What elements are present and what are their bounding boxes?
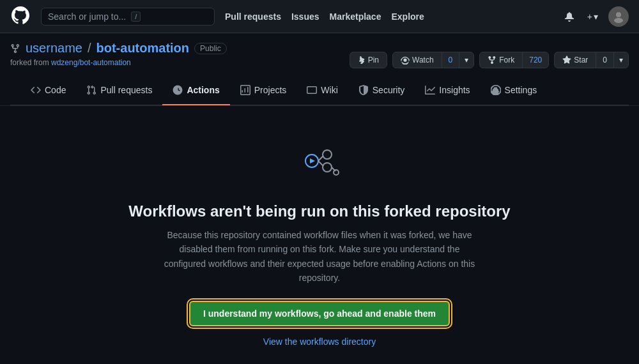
pin-icon (358, 56, 366, 64)
top-nav: Search or jump to... / Pull requests Iss… (0, 0, 639, 33)
github-logo[interactable] (10, 5, 31, 27)
star-label: Star (574, 56, 588, 64)
watch-label: Watch (412, 56, 434, 64)
tab-actions[interactable]: Actions (162, 76, 229, 105)
fork-icon (488, 56, 497, 64)
main-description: Because this repository contained workfl… (160, 228, 479, 285)
plus-icon: + (587, 11, 592, 22)
repo-fork-icon (10, 43, 20, 54)
chevron-down-icon: ▾ (594, 11, 598, 22)
pin-label: Pin (368, 56, 379, 64)
watch-btn-main[interactable]: Watch (393, 52, 442, 68)
svg-point-9 (334, 170, 339, 175)
security-icon (358, 85, 369, 95)
main-content: Workflows aren't being run on this forke… (0, 106, 639, 364)
fork-count: 720 (523, 52, 548, 68)
svg-point-6 (323, 150, 332, 159)
svg-point-7 (323, 163, 332, 172)
star-icon (562, 56, 571, 64)
create-new-button[interactable]: + ▾ (582, 9, 603, 24)
projects-icon (240, 85, 250, 95)
eye-icon (401, 56, 410, 64)
watch-dropdown-icon[interactable]: ▾ (459, 52, 473, 68)
tab-pull-requests[interactable]: Pull requests (76, 76, 162, 105)
repo-separator: / (88, 41, 91, 56)
tab-security-label: Security (373, 85, 405, 95)
star-count: 0 (596, 52, 613, 68)
top-nav-right: + ▾ (562, 6, 629, 27)
fork-label: Fork (499, 56, 514, 64)
svg-marker-3 (310, 158, 315, 163)
tab-pr-label: Pull requests (100, 85, 152, 95)
avatar[interactable] (608, 6, 629, 27)
settings-icon (491, 85, 501, 95)
star-btn-main[interactable]: Star (555, 52, 596, 68)
tab-actions-label: Actions (187, 85, 219, 95)
repo-owner[interactable]: username (26, 41, 82, 56)
insights-icon (425, 85, 435, 95)
fork-btn-main[interactable]: Fork (480, 52, 523, 68)
tab-security[interactable]: Security (348, 76, 415, 105)
tab-projects-label: Projects (254, 85, 287, 95)
fork-source-link[interactable]: wdzeng/bot-automation (51, 58, 131, 67)
tab-wiki[interactable]: Wiki (296, 76, 348, 105)
watch-count: 0 (442, 52, 459, 68)
pr-icon (86, 85, 96, 95)
fork-button[interactable]: Fork 720 (479, 52, 549, 68)
notifications-button[interactable] (562, 9, 577, 24)
tab-settings-label: Settings (505, 85, 537, 95)
nav-link-marketplace[interactable]: Marketplace (330, 11, 381, 22)
tab-code-label: Code (45, 85, 66, 95)
nav-link-pull-requests[interactable]: Pull requests (225, 11, 281, 22)
nav-link-explore[interactable]: Explore (391, 11, 424, 22)
star-dropdown-icon[interactable]: ▾ (613, 52, 628, 68)
star-button[interactable]: Star 0 ▾ (554, 52, 629, 68)
enable-workflows-button[interactable]: I understand my workflows, go ahead and … (189, 301, 450, 326)
main-title: Workflows aren't being run on this forke… (128, 202, 510, 220)
repo-tabs: Code Pull requests Actions Projects Wiki… (10, 76, 629, 105)
view-workflows-link[interactable]: View the workflows directory (263, 337, 376, 347)
search-slash: / (131, 11, 141, 22)
tab-settings[interactable]: Settings (481, 76, 548, 105)
svg-point-1 (614, 18, 623, 23)
tab-insights[interactable]: Insights (415, 76, 480, 105)
tab-projects[interactable]: Projects (230, 76, 297, 105)
pin-button[interactable]: Pin (350, 52, 387, 68)
workflow-icon (299, 144, 340, 187)
watch-button[interactable]: Watch 0 ▾ (392, 52, 474, 68)
tab-code[interactable]: Code (20, 76, 76, 105)
search-placeholder: Search or jump to... (48, 11, 126, 22)
actions-icon (173, 85, 183, 95)
code-icon (31, 85, 41, 95)
visibility-badge: Public (194, 43, 227, 54)
top-nav-links: Pull requests Issues Marketplace Explore (225, 11, 424, 22)
search-box[interactable]: Search or jump to... / (41, 8, 215, 26)
svg-point-0 (616, 12, 621, 17)
nav-link-issues[interactable]: Issues (291, 11, 320, 22)
tab-insights-label: Insights (439, 85, 470, 95)
tab-wiki-label: Wiki (321, 85, 337, 95)
repo-name[interactable]: bot-automation (96, 41, 190, 56)
wiki-icon (307, 85, 317, 95)
